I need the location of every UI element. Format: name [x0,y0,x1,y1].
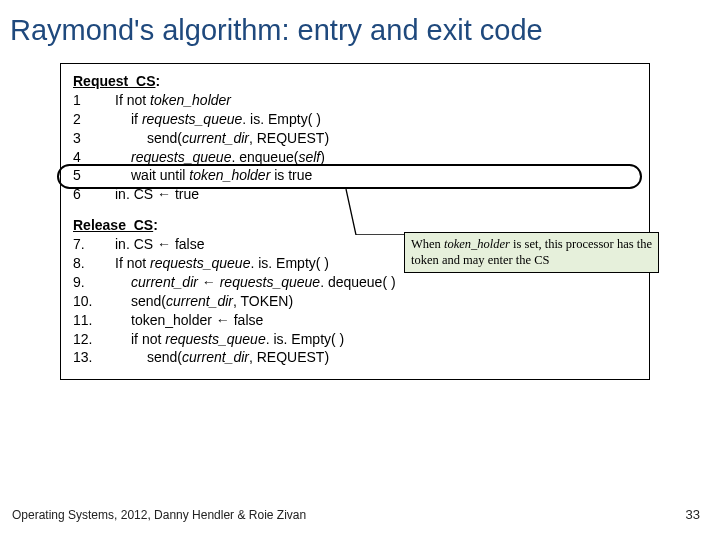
req-line-6: 6in. CS ← true [73,185,637,204]
rel-line-10: 10.send(current_dir, TOKEN) [73,292,637,311]
rel-line-9: 9.current_dir ← requests_queue. dequeue(… [73,273,637,292]
rel-line-12: 12.if not requests_queue. is. Empty( ) [73,330,637,349]
req-line-3: 3send(current_dir, REQUEST) [73,129,637,148]
slide-title: Raymond's algorithm: entry and exit code [0,0,720,51]
release-head-text: Release_CS [73,217,153,233]
rel-line-11: 11.token_holder ← false [73,311,637,330]
callout-box: When token_holder is set, this processor… [404,232,659,273]
req-line-1: 1If not token_holder [73,91,637,110]
request-heading: Request_CS: [73,72,637,91]
code-box: Request_CS: 1If not token_holder 2if req… [60,63,650,380]
rel-line-13: 13.send(current_dir, REQUEST) [73,348,637,367]
req-line-2: 2if requests_queue. is. Empty( ) [73,110,637,129]
request-head-text: Request_CS [73,73,155,89]
page-number: 33 [686,507,700,522]
req-line-5: 5wait until token_holder is true [73,166,637,185]
footer-text: Operating Systems, 2012, Danny Hendler &… [12,508,306,522]
req-line-4: 4requests_queue. enqueue(self) [73,148,637,167]
